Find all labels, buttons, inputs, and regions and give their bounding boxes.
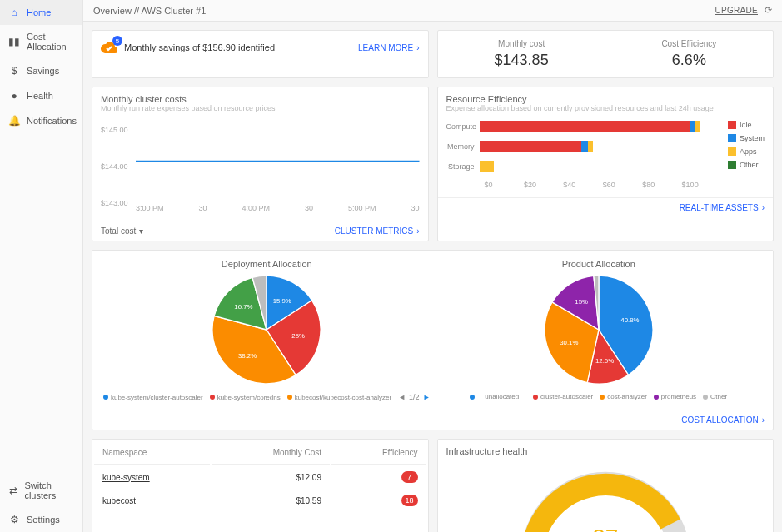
svg-text:30.1%: 30.1% [560, 339, 578, 346]
chevron-right-icon: › [416, 43, 419, 52]
sidebar-item-label: Notifications [27, 116, 77, 126]
svg-text:40.8%: 40.8% [620, 316, 639, 324]
alert-icon: ● [8, 90, 20, 102]
bar-icon: ▮▮ [8, 36, 20, 47]
pie-legend: kube-system/cluster-autoscaler kube-syst… [101, 393, 433, 401]
cost-allocation-link[interactable]: COST ALLOCATION › [681, 415, 765, 425]
health-card: Infrastructure health 87 Your health sco… [437, 439, 775, 532]
monthly-costs-card: Monthly cluster costs Monthly run rate e… [92, 87, 429, 241]
line-chart: $145.00 $144.00 $143.00 3:00 PM30 4:00 P… [101, 121, 420, 212]
savings-badge: 5 [112, 36, 122, 46]
real-time-assets-link[interactable]: REAL-TIME ASSETS › [680, 203, 765, 212]
savings-card: 5 Monthly savings of $156.90 identified … [92, 30, 429, 78]
refresh-icon[interactable]: ⟳ [765, 5, 772, 16]
sidebar-item-label: Switch clusters [24, 480, 74, 500]
card-title: Resource Efficiency [438, 87, 774, 104]
pie-pager[interactable]: ◄ 1/2 ► [398, 393, 430, 401]
svg-text:15%: 15% [575, 298, 588, 306]
pie-legend: __unallocated__ cluster-autoscaler cost-… [433, 393, 765, 400]
namespace-table-card: Namespace Monthly Cost Efficiency kube-s… [92, 439, 429, 532]
bell-icon: 🔔 [8, 115, 20, 127]
col-efficiency: Efficiency [331, 441, 426, 465]
chevron-right-icon: › [416, 226, 419, 236]
sidebar-item-label: Home [27, 7, 51, 17]
namespace-link[interactable]: kubecost [102, 496, 136, 505]
sidebar-item-savings[interactable]: $ Savings [0, 58, 82, 83]
svg-text:16.7%: 16.7% [235, 303, 253, 311]
next-icon[interactable]: ► [423, 393, 431, 401]
card-title: Monthly cluster costs [92, 87, 428, 104]
sidebar: ⌂ Home ▮▮ Cost Allocation $ Savings ● He… [0, 0, 83, 532]
stacked-bar-chart: Compute Memory Storage $0$20 $40$60 $80$… [438, 112, 774, 197]
monthly-cost-value: $143.85 [446, 52, 597, 69]
sidebar-item-cost-allocation[interactable]: ▮▮ Cost Allocation [0, 25, 82, 58]
table-row[interactable]: kube-system $12.09 7 [94, 466, 426, 488]
namespace-table: Namespace Monthly Cost Efficiency kube-s… [92, 440, 428, 513]
home-icon: ⌂ [8, 7, 20, 18]
sidebar-item-label: Settings [27, 515, 60, 525]
monthly-cost-label: Monthly cost [446, 39, 597, 48]
chevron-right-icon: › [762, 415, 765, 425]
cost-eff-value: 6.6% [614, 52, 765, 69]
health-gauge [514, 465, 697, 532]
sidebar-item-settings[interactable]: ⚙ Settings [0, 507, 82, 532]
resource-efficiency-card: Resource Efficiency Expense allocation b… [437, 87, 775, 241]
col-cost: Monthly Cost [212, 441, 330, 465]
sidebar-item-notifications[interactable]: 🔔 Notifications [0, 108, 82, 133]
upgrade-link[interactable]: UPGRADE [715, 6, 758, 15]
card-subtitle: Expense allocation based on currently pr… [438, 104, 774, 112]
gear-icon: ⚙ [8, 514, 20, 525]
table-row[interactable]: kubecost $10.59 18 [94, 490, 426, 511]
product-pie: 40.8%12.6%30.1%15% [545, 276, 653, 384]
stats-card: Monthly cost $143.85 Cost Efficiency 6.6… [437, 30, 775, 78]
namespace-link[interactable]: kube-system [102, 473, 150, 482]
total-cost-dropdown[interactable]: Total cost ▾ [101, 226, 143, 236]
svg-text:38.2%: 38.2% [238, 352, 257, 360]
pie-title: Deployment Allocation [101, 259, 433, 269]
pie-title: Product Allocation [433, 259, 765, 269]
chevron-down-icon: ▾ [139, 226, 143, 236]
svg-text:12.6%: 12.6% [595, 357, 614, 365]
sidebar-item-label: Cost Allocation [27, 32, 74, 52]
svg-text:25%: 25% [292, 332, 306, 340]
sidebar-item-health[interactable]: ● Health [0, 83, 82, 108]
card-title: Infrastructure health [438, 440, 774, 456]
sidebar-item-switch-clusters[interactable]: ⇄ Switch clusters [0, 474, 82, 507]
sidebar-item-home[interactable]: ⌂ Home [0, 0, 82, 25]
dollar-icon: $ [8, 65, 20, 77]
breadcrumb: Overview // AWS Cluster #1 [93, 6, 206, 16]
efficiency-badge: 18 [401, 495, 418, 506]
cost-cell: $12.09 [212, 466, 330, 488]
sidebar-item-label: Savings [27, 66, 59, 76]
health-score: 87 [446, 525, 765, 532]
allocation-card: Deployment Allocation 15.9%25%38.2%16.7%… [92, 250, 774, 430]
savings-text: Monthly savings of $156.90 identified [124, 42, 275, 52]
cost-eff-label: Cost Efficiency [614, 39, 765, 48]
cost-cell: $10.59 [212, 490, 330, 511]
cluster-metrics-link[interactable]: CLUSTER METRICS › [335, 226, 420, 236]
chevron-right-icon: › [762, 203, 765, 212]
svg-text:15.9%: 15.9% [273, 297, 291, 305]
sidebar-item-label: Health [27, 91, 53, 101]
legend: Idle System Apps Other [728, 121, 765, 189]
prev-icon[interactable]: ◄ [398, 393, 406, 401]
card-subtitle: Monthly run rate expenses based on resou… [92, 104, 428, 112]
learn-more-link[interactable]: LEARN MORE › [358, 43, 419, 52]
topbar: Overview // AWS Cluster #1 UPGRADE ⟳ [83, 0, 782, 22]
deployment-pie: 15.9%25%38.2%16.7% [212, 276, 321, 384]
cloud-check-icon: 5 [101, 39, 117, 56]
efficiency-badge: 7 [401, 471, 418, 483]
col-namespace: Namespace [94, 441, 210, 465]
switch-icon: ⇄ [8, 485, 17, 496]
